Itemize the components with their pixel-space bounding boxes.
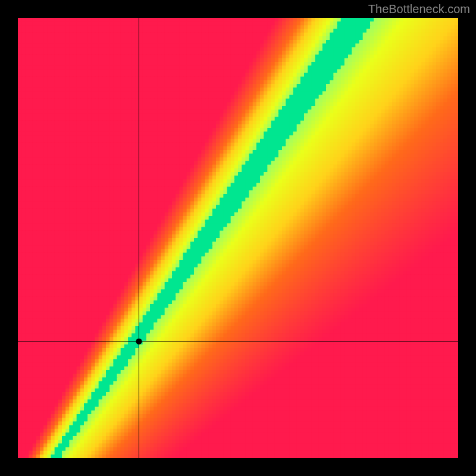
bottleneck-heatmap [18, 18, 458, 458]
watermark-label: TheBottleneck.com [368, 2, 470, 16]
